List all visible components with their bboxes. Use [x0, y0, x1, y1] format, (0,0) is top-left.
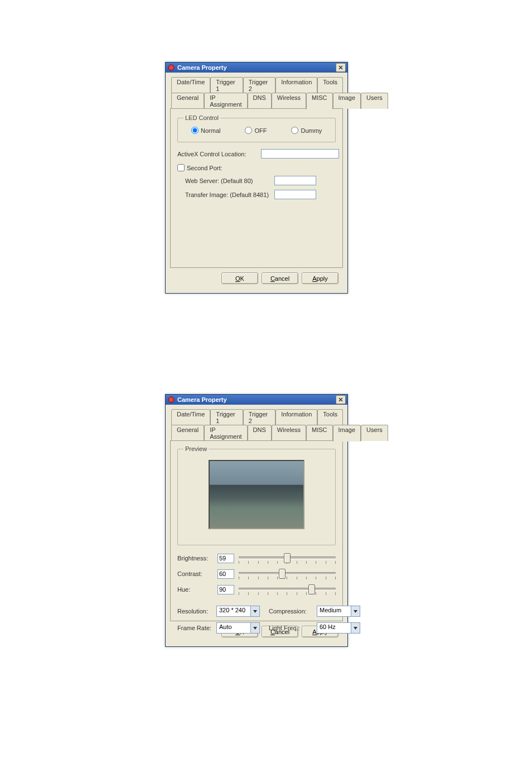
tabs: Date/Time Trigger 1 Trigger 2 Informatio… — [170, 409, 343, 621]
cancel-button[interactable]: Cancel — [262, 272, 298, 284]
tab-row-front: General IP Assignment DNS Wireless MISC … — [170, 93, 343, 109]
tab-row-back: Date/Time Trigger 1 Trigger 2 Informatio… — [170, 409, 343, 425]
contrast-label: Contrast: — [177, 570, 213, 577]
lightfreq-label: Light Freq.: — [269, 625, 313, 631]
tab-tools[interactable]: Tools — [317, 77, 343, 93]
window-title: Camera Property — [177, 396, 336, 403]
ok-button[interactable]: OK — [221, 272, 258, 284]
hue-value[interactable] — [217, 585, 234, 594]
resolution-combo[interactable]: 320 * 240 — [216, 606, 260, 617]
brightness-thumb[interactable] — [284, 553, 291, 563]
framerate-label: Frame Rate: — [177, 625, 213, 631]
tab-dns[interactable]: DNS — [248, 425, 272, 441]
activex-input[interactable] — [261, 149, 339, 159]
tab-misc[interactable]: MISC — [306, 425, 333, 441]
close-button[interactable] — [336, 395, 346, 404]
resolution-value: 320 * 240 — [217, 606, 250, 616]
tab-users[interactable]: Users — [361, 93, 388, 109]
close-icon — [338, 65, 343, 70]
svg-point-1 — [168, 397, 174, 402]
tabs: Date/Time Trigger 1 Trigger 2 Informatio… — [170, 77, 343, 268]
preview-image — [209, 460, 304, 529]
tab-users[interactable]: Users — [361, 425, 388, 441]
tab-row-front: General IP Assignment DNS Wireless MISC … — [170, 425, 343, 441]
chevron-down-icon[interactable] — [250, 623, 259, 633]
tab-content-image: Preview Brightness: Contrast: — [170, 440, 343, 621]
led-dummy-label: Dummy — [301, 127, 322, 134]
led-off-radio[interactable] — [245, 127, 252, 134]
led-control-group: LED Control Normal OFF Dummy — [177, 114, 336, 142]
webserver-input[interactable] — [274, 176, 316, 185]
led-normal-option[interactable]: Normal — [191, 127, 220, 134]
brightness-value[interactable] — [217, 554, 234, 563]
apply-button[interactable]: Apply — [302, 272, 338, 284]
camera-property-dialog-misc: Camera Property Date/Time Trigger 1 Trig… — [165, 62, 348, 294]
led-off-option[interactable]: OFF — [245, 127, 267, 134]
contrast-thumb[interactable] — [279, 569, 286, 579]
led-off-label: OFF — [254, 127, 267, 134]
contrast-value[interactable] — [217, 569, 234, 579]
tab-datetime[interactable]: Date/Time — [171, 77, 210, 93]
tab-information[interactable]: Information — [275, 409, 317, 425]
led-normal-label: Normal — [201, 127, 220, 134]
second-port-label: Second Port: — [187, 165, 223, 171]
tab-general[interactable]: General — [171, 93, 204, 109]
webserver-label: Web Server: (Default 80) — [185, 177, 274, 184]
compression-combo[interactable]: Medium — [317, 606, 360, 617]
lightfreq-value: 60 Hz — [317, 623, 351, 633]
tab-image[interactable]: Image — [333, 425, 361, 442]
led-dummy-option[interactable]: Dummy — [291, 127, 322, 134]
tab-wireless[interactable]: Wireless — [272, 93, 306, 109]
close-icon — [338, 397, 343, 402]
tab-information[interactable]: Information — [275, 77, 317, 93]
tab-general[interactable]: General — [171, 425, 204, 441]
app-icon — [167, 64, 175, 71]
tab-trigger1[interactable]: Trigger 1 — [210, 77, 243, 93]
tab-ipassignment[interactable]: IP Assignment — [204, 425, 247, 441]
resolution-label: Resolution: — [177, 608, 213, 615]
brightness-label: Brightness: — [177, 555, 213, 562]
tab-trigger2[interactable]: Trigger 2 — [243, 409, 275, 425]
led-dummy-radio[interactable] — [291, 127, 298, 134]
tab-trigger2[interactable]: Trigger 2 — [243, 77, 275, 93]
compression-label: Compression: — [269, 608, 313, 615]
tab-row-back: Date/Time Trigger 1 Trigger 2 Informatio… — [170, 77, 343, 93]
transfer-label: Transfer Image: (Default 8481) — [185, 191, 274, 198]
preview-group: Preview — [177, 445, 336, 545]
app-icon — [167, 396, 175, 404]
tab-dns[interactable]: DNS — [248, 93, 272, 109]
titlebar: Camera Property — [166, 395, 347, 405]
contrast-slider[interactable] — [239, 568, 336, 580]
titlebar: Camera Property — [166, 63, 347, 73]
close-button[interactable] — [336, 63, 346, 72]
tab-ipassignment[interactable]: IP Assignment — [204, 93, 247, 109]
tab-wireless[interactable]: Wireless — [272, 425, 306, 441]
lightfreq-combo[interactable]: 60 Hz — [317, 622, 360, 634]
hue-label: Hue: — [177, 586, 213, 593]
tab-datetime[interactable]: Date/Time — [171, 409, 210, 425]
tab-image[interactable]: Image — [333, 93, 361, 109]
led-control-legend: LED Control — [183, 114, 220, 121]
tab-tools[interactable]: Tools — [317, 409, 343, 425]
framerate-combo[interactable]: Auto — [216, 622, 260, 634]
tab-misc[interactable]: MISC — [306, 93, 333, 109]
second-port-checkbox[interactable] — [177, 164, 185, 171]
brightness-slider[interactable] — [239, 552, 336, 564]
client-area: Date/Time Trigger 1 Trigger 2 Informatio… — [166, 405, 347, 646]
tab-trigger1[interactable]: Trigger 1 — [210, 409, 243, 425]
chevron-down-icon[interactable] — [250, 606, 259, 616]
tab-content-misc: LED Control Normal OFF Dummy — [170, 108, 343, 268]
transfer-input[interactable] — [274, 190, 316, 199]
chevron-down-icon[interactable] — [351, 623, 360, 633]
framerate-value: Auto — [217, 623, 250, 633]
button-bar: OK Cancel Apply — [170, 268, 343, 289]
led-normal-radio[interactable] — [191, 127, 199, 134]
window-title: Camera Property — [177, 64, 336, 71]
svg-point-0 — [168, 65, 174, 70]
activex-label: ActiveX Control Location: — [177, 151, 261, 157]
hue-thumb[interactable] — [308, 584, 315, 594]
hue-slider[interactable] — [239, 583, 336, 596]
client-area: Date/Time Trigger 1 Trigger 2 Informatio… — [166, 73, 347, 293]
chevron-down-icon[interactable] — [351, 606, 360, 616]
camera-property-dialog-image: Camera Property Date/Time Trigger 1 Trig… — [165, 394, 348, 647]
